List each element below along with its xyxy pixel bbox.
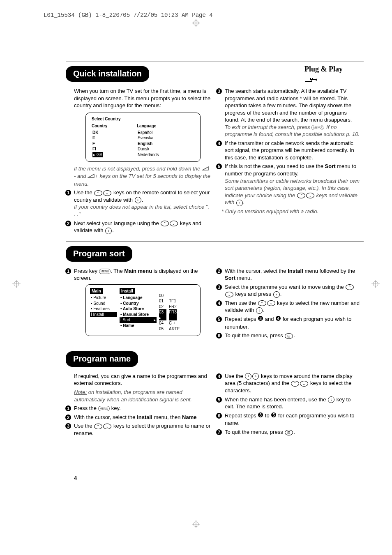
footnote: * Only on versions equipped with a radio…	[221, 208, 362, 215]
circled-4-icon: 4	[275, 315, 281, 323]
down-key-icon: ⌄	[306, 193, 314, 198]
svg-text:5: 5	[273, 413, 275, 417]
menu-key-icon: MENU	[99, 269, 111, 274]
menu-key-icon: MENU	[311, 125, 323, 130]
sort-step-6: 6 To quit the menus, press ⊟.	[216, 332, 362, 339]
left-key-icon: ‹	[328, 396, 334, 403]
name-step-1: 1 Press the MENU key.	[65, 405, 211, 412]
registration-mark-right	[371, 280, 380, 290]
section-rule	[66, 62, 364, 62]
step-5: 5 If this is not the case, you need to u…	[216, 163, 362, 206]
osd-programs-panel: 00 01TF1 02FR2 03 ▸FR3 04C + 05ARTE	[159, 288, 188, 332]
svg-text:5: 5	[218, 317, 220, 322]
step-4: 4 If the transmitter or cable network se…	[216, 140, 362, 161]
up-key-icon: ⌃	[94, 190, 102, 196]
svg-text:4: 4	[218, 301, 221, 306]
name-step-2: 2 With the cursor, select the Install me…	[65, 414, 211, 421]
name-note: Note: on installation, the programs are …	[74, 389, 211, 403]
name-step-6: 6 Repeat steps 3 to 5 for each programme…	[216, 412, 362, 427]
up-key-icon: ⌃	[297, 193, 305, 198]
svg-text:1: 1	[67, 190, 69, 195]
intro-text: When you turn on the TV set for the firs…	[74, 88, 211, 109]
circled-5-icon: 5	[271, 412, 277, 420]
svg-text:3: 3	[259, 413, 262, 417]
name-step-4: 4 Use the ‹› keys to move around the nam…	[216, 373, 362, 394]
down-key-icon: ⌄	[103, 190, 111, 196]
print-header: L01_15534 (GB) 1-8_220705 7/22/05 10:23 …	[44, 12, 213, 19]
step-bullet-5-icon: 5	[216, 163, 223, 170]
right-key-icon: ›	[252, 373, 259, 380]
svg-text:7: 7	[218, 430, 220, 435]
svg-text:3: 3	[218, 285, 220, 290]
section-heading-quick: Quick installation	[66, 66, 149, 82]
sort-step-3: 3 Select the programme you want to move …	[216, 283, 362, 298]
osd-select-country: Select Country Country DK E F FI ▸ GB La…	[85, 113, 201, 162]
sort-step-5: 5 Repeat steps 3 and 4 for each program …	[216, 315, 362, 330]
note-text: If the menu is not displayed, press and …	[74, 165, 211, 187]
left-key-icon: ‹	[245, 373, 251, 380]
svg-text:2: 2	[67, 221, 69, 226]
svg-text:4: 4	[218, 141, 221, 146]
sort-step-4: 4 Then use the ⌃⌄ keys to select the new…	[216, 299, 362, 314]
up-key-icon: ⌃	[258, 300, 266, 306]
registration-mark-left	[12, 280, 21, 290]
down-key-icon: ⌄	[225, 292, 233, 297]
registration-mark-top	[192, 19, 200, 29]
right-key-icon: ›	[105, 228, 112, 234]
osd-country-column: Country DK E F FI ▸ GB	[92, 123, 129, 157]
down-key-icon: ⌄	[267, 300, 275, 306]
volume-minus-icon	[202, 166, 209, 173]
step-2: 2 Next select your language using the ⌃⌄…	[65, 220, 211, 234]
step-bullet-2-icon: 2	[65, 220, 72, 227]
step-1: 1 Use the ⌃⌄ keys on the remote control …	[65, 189, 211, 218]
step-bullet-3-icon: 3	[216, 88, 223, 94]
osd-install-panel: Install • Language • Country • Auto Stor…	[120, 288, 157, 332]
down-key-icon: ⌄	[103, 424, 111, 429]
svg-text:6: 6	[218, 333, 220, 338]
section-heading-name: Program name	[66, 351, 138, 367]
section-heading-sort: Program sort	[66, 246, 132, 262]
circled-3-icon: 3	[258, 412, 263, 420]
svg-text:3: 3	[259, 316, 262, 321]
svg-text:5: 5	[218, 397, 220, 402]
step-bullet-1-icon: 1	[65, 189, 72, 196]
osd-install-sort: Main • Picture • Sound • Features Ï Inst…	[85, 284, 201, 336]
step-3: 3 The search starts automatically. All t…	[216, 88, 362, 138]
svg-text:6: 6	[218, 413, 220, 418]
right-key-icon: ›	[135, 197, 141, 203]
svg-text:2: 2	[218, 269, 220, 274]
down-key-icon: ⌄	[170, 221, 178, 226]
up-key-icon: ⌃	[94, 424, 102, 429]
up-key-icon: ⌃	[346, 284, 354, 290]
volume-plus-icon	[88, 173, 95, 180]
name-step-7: 7 To quit the menus, press ⊟.	[216, 428, 362, 436]
step-bullet-4-icon: 4	[216, 140, 223, 147]
circled-3-icon: 3	[258, 315, 263, 323]
registration-mark-bottom	[192, 520, 200, 530]
exit-key-icon: ⊟	[285, 333, 293, 339]
down-key-icon: ⌄	[300, 381, 308, 387]
up-key-icon: ⌃	[161, 221, 169, 226]
section-rule	[66, 242, 364, 242]
name-intro: If required, you can give a name to the …	[74, 373, 211, 387]
section-rule	[66, 347, 364, 347]
svg-text:3: 3	[67, 424, 69, 428]
up-key-icon: ⌃	[291, 381, 299, 387]
step-bullet-1-icon: 1	[65, 268, 72, 274]
osd-language-column: Language Español Svenska English Dansk N…	[137, 123, 174, 157]
menu-key-icon: MENU	[98, 406, 110, 411]
svg-text:1: 1	[67, 269, 69, 274]
right-key-icon: ›	[273, 291, 280, 298]
osd-main-panel: Main • Picture • Sound • Features Ï Inst…	[90, 288, 117, 332]
svg-text:4: 4	[218, 374, 221, 379]
name-step-5: 5 When the name has been entered, use th…	[216, 396, 362, 410]
name-step-3: 3 Use the ⌃⌄ keys to select the programm…	[65, 422, 211, 437]
sort-step-2: 2 With the cursor, select the Install me…	[216, 267, 362, 282]
svg-text:1: 1	[67, 406, 69, 411]
osd-title: Select Country	[92, 116, 194, 122]
svg-text:3: 3	[218, 89, 220, 94]
svg-text:5: 5	[218, 164, 220, 169]
right-key-icon: ›	[236, 200, 243, 206]
sort-step-1: 1 Press key MENU. The Main menu is displ…	[65, 267, 211, 282]
svg-text:2: 2	[67, 415, 69, 420]
